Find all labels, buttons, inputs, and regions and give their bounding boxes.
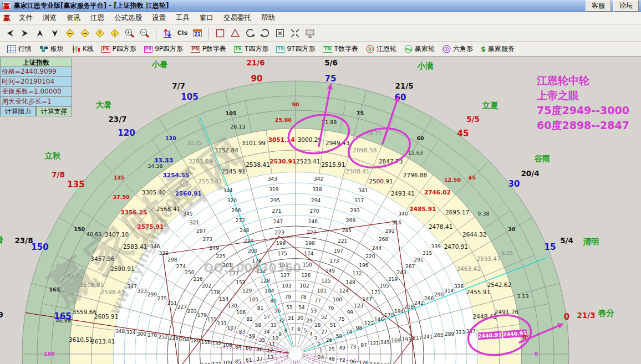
menu-item-4[interactable]: 公式选股	[109, 12, 147, 24]
calendar-icon[interactable]: 21	[191, 27, 204, 40]
menu-item-0[interactable]: 文件	[14, 12, 38, 24]
wheel-label: 198	[306, 240, 315, 246]
wheel-label: 342	[314, 176, 323, 182]
menu-item-9[interactable]: 帮助	[256, 12, 280, 24]
nav-up-icon[interactable]	[33, 27, 47, 40]
wheel-label: 2523.41	[296, 158, 320, 165]
note-line-2: 上帝之眼	[537, 88, 629, 103]
svg-text:→: →	[83, 30, 87, 36]
nav-down-icon[interactable]	[48, 27, 62, 40]
wheel-label: 242	[414, 300, 424, 306]
delete-box-icon[interactable]	[273, 27, 287, 40]
wheel-label: 248	[240, 228, 249, 233]
toolbar-item-六角形[interactable]: 六角形	[440, 43, 476, 55]
rotate-ccw-icon[interactable]	[243, 27, 257, 40]
updown-scale-icon[interactable]	[161, 27, 174, 40]
wheel-label: 293	[350, 208, 360, 213]
outer-label-大暑: 大暑	[96, 100, 112, 109]
move-down-icon[interactable]: ↓	[108, 27, 121, 40]
triangle-tool-icon[interactable]	[228, 27, 242, 40]
wheel-label: 3.13	[517, 293, 528, 299]
wheel-label: 300	[137, 331, 146, 337]
toolbar-item-9T四方形[interactable]: T99T四方形	[273, 43, 318, 55]
toolbar-item-板块[interactable]: 板块	[37, 43, 67, 55]
wheel-label: 129	[242, 288, 252, 294]
move-right-icon[interactable]: →	[78, 27, 91, 40]
nav-left-icon[interactable]	[3, 27, 17, 40]
menu-item-3[interactable]: 江恩	[85, 12, 109, 24]
wheel-label: 25	[328, 347, 334, 352]
wheel-label: 73	[350, 344, 356, 350]
wheel-label: 144	[370, 362, 379, 364]
customer-service-button[interactable]: 客服	[586, 0, 611, 12]
wheel-label: 75	[338, 316, 344, 322]
wheel-label: 2463.41	[456, 265, 480, 272]
toolbar-item-赢家轮[interactable]: Big赢家轮	[401, 43, 437, 55]
wheel-label: 180	[44, 351, 55, 357]
wheel-label: 270	[309, 208, 319, 214]
outer-label-7/8: 7/8	[52, 170, 65, 179]
wheel-label: 154	[219, 296, 228, 302]
toolbar-item-T四方形[interactable]: TST四方形	[231, 43, 272, 55]
wheel-label: 60	[246, 345, 252, 351]
note-line-4: 60度2898--2847	[537, 118, 629, 133]
menu-item-1[interactable]: 浏览	[38, 12, 62, 24]
toolbar-item-江恩轮[interactable]: 江恩轮	[363, 43, 399, 55]
wheel-label: 128	[260, 278, 269, 284]
rotate-cw-icon[interactable]	[258, 27, 272, 40]
menu-item-6[interactable]: 工具	[171, 12, 195, 24]
toolbar-item-行情[interactable]: 行情	[4, 43, 34, 55]
wheel-label: 125	[321, 278, 330, 284]
wheel-label: 150	[74, 226, 85, 232]
nav-right-icon[interactable]	[18, 27, 32, 40]
big-wheel-icon: Big	[404, 45, 413, 53]
wheel-label: 251	[167, 300, 177, 306]
zoom-out-icon[interactable]	[138, 27, 151, 40]
wheel-label: 292	[385, 228, 395, 234]
note-line-3: 75度2949--3000	[537, 103, 629, 118]
wheel-label: 78	[300, 294, 307, 300]
wheel-label: 252	[158, 334, 167, 340]
calc-support-button[interactable]: 计算支撑	[36, 107, 72, 116]
outer-label-23/8: 23/8	[14, 236, 33, 245]
toolbar-item-P数字表[interactable]: PNP数字表	[188, 43, 229, 55]
center-view-icon[interactable]	[288, 27, 302, 40]
wheel-label: 228	[169, 335, 179, 341]
wheel-label: 224	[244, 238, 253, 244]
toolbar-item-P四方形[interactable]: PSP四方形	[99, 43, 139, 55]
gann-annotation-note: 江恩轮中轮 上帝之眼 75度2949--3000 60度2898--2847	[537, 73, 629, 133]
outer-label-150: 150	[31, 242, 48, 252]
menu-item-5[interactable]: 设置	[147, 12, 171, 24]
calc-resistance-button[interactable]: 计算阻力	[0, 107, 36, 116]
wheel-label: 226	[194, 276, 203, 282]
move-left-icon[interactable]: ←	[63, 27, 77, 40]
cls-button[interactable]: Cls	[176, 27, 189, 40]
outer-label-30: 30	[508, 179, 520, 189]
forum-button[interactable]: 论坛	[613, 0, 639, 12]
wheel-label: 27	[321, 329, 327, 335]
menu-item-8[interactable]: 交易委托	[218, 12, 256, 24]
zoom-in-icon[interactable]	[123, 27, 136, 40]
wheel-label: 276	[147, 332, 157, 338]
chart-type-toolbar: 行情板块K线PSP四方形P99P四方形PNP数字表TST四方形T99T四方形TN…	[0, 42, 641, 57]
wheel-label: 2491.76	[495, 309, 519, 315]
wheel-label: 195	[380, 283, 389, 289]
toolbar-item-赢家服务[interactable]: $赢家服务	[478, 43, 517, 55]
wheel-label: 317	[354, 198, 364, 203]
wheel-label: 97	[360, 342, 367, 348]
wheel-label: 199	[276, 240, 286, 246]
toolbar-item-K线[interactable]: K线	[69, 43, 96, 55]
move-up-icon[interactable]: ↑	[93, 27, 106, 40]
wheel-label: 172	[353, 271, 362, 276]
menu-item-2[interactable]: 资讯	[62, 12, 85, 24]
toolbar-item-9P四方形[interactable]: P99P四方形	[141, 43, 186, 55]
screen-tool-icon[interactable]	[303, 27, 317, 40]
wheel-label: 9.38	[477, 211, 489, 217]
menu-item-7[interactable]: 窗口	[195, 12, 218, 24]
wheel-label: 203	[187, 309, 197, 314]
svg-text:←: ←	[68, 30, 72, 36]
outer-label-90: 90	[251, 74, 263, 84]
square-tool-icon[interactable]	[213, 27, 227, 40]
toolbar-item-T数字表[interactable]: TNT数字表	[320, 43, 361, 55]
wheel-label: 268	[379, 237, 388, 242]
